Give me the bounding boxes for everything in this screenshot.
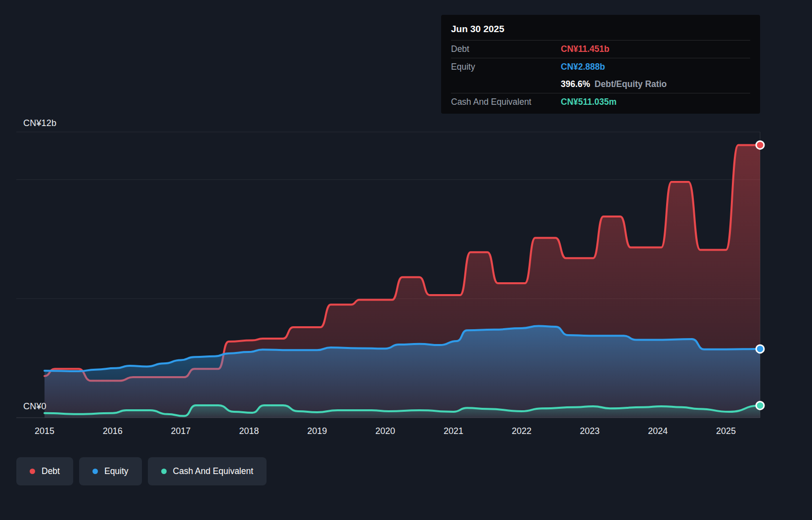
tooltip-ratio-label: Debt/Equity Ratio xyxy=(594,79,667,89)
tooltip-debt-label: Debt xyxy=(451,44,561,54)
svg-text:2024: 2024 xyxy=(648,426,668,436)
legend-debt-label: Debt xyxy=(42,466,60,477)
tooltip-equity-value: CN¥2.888b xyxy=(561,62,605,72)
svg-text:2023: 2023 xyxy=(580,426,599,436)
tooltip-row-debt-equity-ratio: 396.6% Debt/Equity Ratio xyxy=(451,76,750,93)
svg-text:2020: 2020 xyxy=(375,426,395,436)
tooltip-debt-value: CN¥11.451b xyxy=(561,44,609,54)
svg-text:2022: 2022 xyxy=(512,426,532,436)
tooltip-cash-label: Cash And Equivalent xyxy=(451,97,561,107)
svg-text:2025: 2025 xyxy=(716,426,736,436)
legend-item-equity[interactable]: Equity xyxy=(79,457,142,485)
svg-text:2021: 2021 xyxy=(444,426,463,436)
svg-text:2015: 2015 xyxy=(35,426,54,436)
y-axis-max-label: CN¥12b xyxy=(23,118,56,129)
svg-text:2016: 2016 xyxy=(103,426,123,436)
chart-hover-tooltip: Jun 30 2025 Debt CN¥11.451b Equity CN¥2.… xyxy=(441,15,760,114)
tooltip-equity-label: Equity xyxy=(451,62,561,72)
y-axis-zero-label: CN¥0 xyxy=(23,401,46,412)
tooltip-row-debt: Debt CN¥11.451b xyxy=(451,40,750,58)
svg-text:2017: 2017 xyxy=(171,426,191,436)
tooltip-date: Jun 30 2025 xyxy=(451,18,750,40)
svg-text:2018: 2018 xyxy=(239,426,259,436)
chart-legend: Debt Equity Cash And Equivalent xyxy=(16,457,267,485)
tooltip-ratio-value: 396.6% xyxy=(561,79,590,89)
tooltip-row-equity: Equity CN¥2.888b xyxy=(451,58,750,76)
tooltip-cash-value: CN¥511.035m xyxy=(561,97,617,107)
equity-series-dot-icon xyxy=(92,469,98,474)
legend-item-debt[interactable]: Debt xyxy=(16,457,73,485)
legend-equity-label: Equity xyxy=(104,466,129,477)
debt-series-dot-icon xyxy=(30,469,35,474)
svg-text:2019: 2019 xyxy=(307,426,327,436)
cash-series-dot-icon xyxy=(161,469,167,474)
legend-item-cash[interactable]: Cash And Equivalent xyxy=(148,457,267,485)
legend-cash-label: Cash And Equivalent xyxy=(173,466,253,477)
tooltip-row-cash: Cash And Equivalent CN¥511.035m xyxy=(451,93,750,111)
